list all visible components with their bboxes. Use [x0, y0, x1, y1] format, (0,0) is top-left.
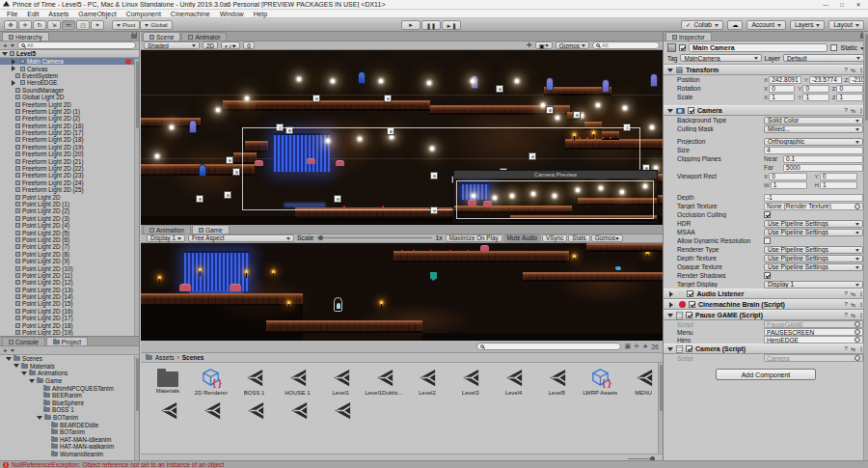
game-button-maximize-on-play[interactable]: Maximize On Play [446, 234, 502, 242]
property-field[interactable]: 5000 [783, 164, 863, 172]
vector-field[interactable]: 0 [769, 85, 795, 93]
light-gizmo-icon[interactable] [226, 156, 233, 164]
game-button-mute-audio[interactable]: Mute Audio [503, 234, 542, 242]
menu-item-cinemachine[interactable]: Cinemachine [166, 11, 215, 17]
hierarchy-item[interactable]: Point Light 2D (16) [0, 308, 139, 315]
minimize-button[interactable]: — [819, 2, 832, 8]
static-checkbox[interactable] [830, 44, 837, 51]
tab-console[interactable]: Console [2, 337, 45, 345]
tab-game[interactable]: Game [192, 225, 230, 234]
property-field[interactable]: 0 [769, 173, 806, 180]
hierarchy-item[interactable]: SoundManager [0, 87, 139, 94]
asset-item[interactable]: MENU [624, 367, 663, 396]
object-picker-icon[interactable] [854, 329, 860, 335]
scene-viewport[interactable]: Camera Preview [141, 50, 663, 225]
light-gizmo-icon[interactable] [546, 106, 554, 114]
menu-item-gameobject[interactable]: GameObject [73, 11, 121, 17]
status-bar[interactable]: ! NullReferenceException: Object referen… [0, 460, 868, 468]
hierarchy-item[interactable]: Point Light 2D (13) [0, 287, 139, 293]
hierarchy-item[interactable]: Point Light 2D (2) [0, 207, 139, 214]
audio-listener-header[interactable]: ◠ Audio Listener ?⇆⋮ [664, 289, 868, 299]
hierarchy-item[interactable]: Freeform Light 2D (23) [0, 172, 139, 179]
tab-project[interactable]: Project [46, 337, 88, 345]
hierarchy-item[interactable]: Freeform Light 2D [0, 100, 139, 107]
project-tree-scrollbar[interactable] [134, 356, 139, 460]
vector-field[interactable]: 1 [836, 94, 863, 101]
hierarchy-item[interactable]: Point Light 2D (5) [0, 229, 139, 235]
favorites-star-icon[interactable]: ★ [642, 343, 648, 350]
hierarchy-item[interactable]: Canvas [0, 65, 139, 71]
inspector-scrollbar[interactable] [863, 32, 868, 460]
menu-item-assets[interactable]: Assets [43, 11, 73, 17]
account-dropdown[interactable]: Account [746, 20, 786, 30]
property-field[interactable]: 0.1 [783, 155, 863, 163]
pause-game-header[interactable]: Pause GAME (Script) ?⇆⋮ [664, 310, 868, 320]
hierarchy-item[interactable]: Point Light 2D (10) [0, 264, 139, 271]
hierarchy-item[interactable]: Point Light 2D (6) [0, 236, 139, 243]
game-button-stats[interactable]: Stats [568, 234, 589, 242]
hierarchy-item[interactable]: Freeform Light 2D (21) [0, 157, 139, 164]
project-create-button[interactable]: + [3, 346, 8, 355]
tool-button-1[interactable]: ✛ [18, 20, 32, 30]
hierarchy-item[interactable]: HeroEDGE [0, 79, 139, 86]
tool-button-6[interactable]: ✦ [91, 20, 104, 30]
hierarchy-item[interactable]: Point Light 2D (1) [0, 201, 139, 207]
light-gizmo-icon[interactable] [232, 168, 240, 176]
search-by-type-icon[interactable]: ▣ [624, 343, 631, 350]
hierarchy-search-input[interactable]: All [17, 41, 136, 49]
tree-item[interactable]: AlhimNPCQUESTanim [0, 384, 139, 392]
hierarchy-item[interactable]: Point Light 2D [0, 193, 139, 200]
asset-item[interactable]: BOSS 1 [235, 367, 274, 396]
vector-field[interactable]: 1 [802, 94, 828, 101]
hierarchy-item[interactable]: Point Light 2D (9) [0, 258, 139, 264]
tree-item[interactable]: BEARDEDidle [0, 421, 139, 428]
menu-item-window[interactable]: Window [215, 11, 249, 17]
gizmos-dropdown[interactable]: Gizmos [556, 41, 589, 49]
2d-toggle[interactable]: 2D [203, 41, 218, 49]
layout-dropdown[interactable]: Layout [828, 20, 864, 30]
property-field[interactable]: 1 [820, 181, 857, 189]
tree-item[interactable]: HAT-MAN-idleanim [0, 436, 139, 444]
property-dropdown[interactable]: Orthographic [764, 138, 863, 146]
asset-item[interactable] [149, 399, 187, 422]
hierarchy-item[interactable]: Point Light 2D (19) [0, 329, 139, 336]
tree-item[interactable]: Scenes [0, 355, 139, 363]
foldout-open-icon[interactable] [2, 52, 8, 59]
light-gizmo-icon[interactable] [496, 85, 503, 93]
property-dropdown[interactable]: Use Pipeline Settings [764, 255, 863, 262]
tab-inspector[interactable]: Inspector [665, 32, 712, 41]
asset-item[interactable]: HOUSE 1 [278, 367, 316, 396]
menu-item-component[interactable]: Component [122, 11, 166, 17]
pause-game-checkbox[interactable] [686, 312, 692, 318]
scene-header-row[interactable]: Level5 [0, 50, 139, 58]
object-picker-icon[interactable] [854, 321, 860, 327]
asset-item[interactable] [235, 399, 274, 422]
scale-slider[interactable] [316, 237, 432, 238]
game-button-gizmos[interactable]: Gizmos [591, 234, 623, 242]
property-field[interactable]: -1 [764, 194, 863, 202]
vector-field[interactable]: 242.8091 [769, 76, 801, 84]
asset-item[interactable]: Level2 [408, 367, 447, 396]
vector-field[interactable]: 0 [802, 85, 828, 93]
hierarchy-item[interactable]: Freeform Light 2D (1) [0, 108, 139, 115]
tree-item[interactable]: BEERanim [0, 392, 139, 399]
cinemachine-checkbox[interactable] [689, 301, 695, 308]
tool-button-3[interactable]: ⇲ [47, 20, 61, 30]
cloud-button[interactable]: ☁ [727, 20, 744, 30]
tab-scene[interactable]: Scene [143, 32, 180, 41]
tool-button-4[interactable]: ▭ [62, 20, 75, 30]
help-icon[interactable]: ? [844, 67, 848, 73]
pause-button[interactable]: ❚❚ [421, 20, 441, 30]
display-dropdown[interactable]: Display 1 [147, 234, 185, 242]
tab-hierarchy[interactable]: Hierarchy [2, 32, 49, 41]
hierarchy-item[interactable]: Freeform Light 2D (19) [0, 144, 139, 151]
property-checkbox[interactable] [764, 211, 771, 218]
hierarchy-item[interactable]: Global Light 2D [0, 94, 139, 100]
asset-item[interactable] [322, 399, 361, 422]
hierarchy-item[interactable]: Freeform Light 2D (17) [0, 129, 139, 136]
tree-item[interactable]: BOTanim [0, 414, 139, 422]
property-dropdown[interactable]: Mixed... [764, 125, 863, 133]
lock-icon[interactable] [131, 34, 137, 39]
camera-settings-dropdown[interactable]: ▣ [535, 41, 553, 49]
add-component-button[interactable]: Add Component [716, 369, 816, 380]
